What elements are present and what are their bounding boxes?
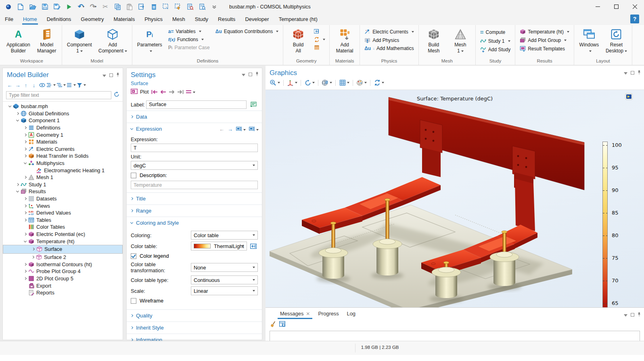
tree-item-color-tables[interactable]: Color Tables — [3, 223, 123, 231]
help-button[interactable]: ? — [630, 15, 639, 23]
plot-icon[interactable] — [131, 89, 138, 95]
float-icon[interactable] — [109, 71, 113, 79]
duplicate-icon[interactable] — [136, 2, 147, 12]
move-down-icon[interactable]: ↓ — [30, 81, 38, 89]
tree-item-definitions[interactable]: Definitions — [3, 124, 123, 131]
section-coloring[interactable]: Coloring and Style — [127, 217, 262, 229]
expand-all-icon[interactable] — [56, 81, 66, 89]
save-as-icon[interactable] — [52, 2, 62, 12]
menu-file[interactable]: File — [0, 13, 18, 25]
color-table-select[interactable]: ThermalLight — [191, 242, 247, 250]
back-icon[interactable]: ← — [6, 81, 13, 89]
description-input[interactable] — [131, 181, 258, 189]
more-commands-icon[interactable] — [209, 2, 220, 12]
livelink-button[interactable] — [312, 36, 327, 43]
tree-item-electric-currents[interactable]: +−Electric Currents — [3, 146, 123, 153]
tab-messages[interactable]: Messages✕ — [277, 311, 313, 319]
show-icon[interactable] — [38, 81, 46, 89]
study-1-button[interactable]: Study 1 — [478, 37, 512, 45]
tree-item-datasets[interactable]: Datasets — [3, 195, 123, 202]
tree-item-temperature-ht-[interactable]: Temperature (ht) — [3, 238, 123, 245]
tree-item-busbar-mph[interactable]: busbar.mph — [3, 103, 123, 110]
menu-results[interactable]: Results — [213, 13, 240, 25]
expand-icon[interactable] — [22, 270, 28, 272]
scene-icon[interactable] — [321, 79, 333, 86]
build-all-button[interactable]: BuildAll — [286, 26, 311, 55]
tree-item-study-1[interactable]: Study 1 — [3, 181, 123, 188]
expand-icon[interactable] — [22, 205, 28, 207]
functions-button[interactable]: f(x)Functions — [166, 36, 212, 43]
tree-item-surface-2[interactable]: Surface 2 — [3, 254, 123, 261]
section-title[interactable]: Title — [127, 192, 262, 204]
find-in-model-icon[interactable] — [197, 2, 207, 12]
messages-log-box[interactable] — [270, 331, 640, 341]
collapse-icon[interactable] — [7, 106, 13, 107]
grid-icon[interactable] — [338, 79, 350, 86]
model-tree-nodes-icon[interactable] — [67, 81, 76, 89]
tree-item-mesh-1[interactable]: Mesh 1 — [3, 174, 123, 181]
plot-button-label[interactable]: Plot — [140, 89, 149, 95]
float-icon[interactable] — [249, 71, 252, 77]
expand-icon[interactable] — [22, 219, 28, 221]
temperature-ht--button[interactable]: Temperature (ht) — [518, 28, 571, 35]
section-expression[interactable]: Expression ← → — [127, 123, 262, 135]
pin-icon[interactable] — [638, 69, 641, 76]
previous-plot-icon[interactable] — [160, 89, 166, 95]
redo-icon[interactable]: ↷▾ — [88, 2, 98, 12]
compute-button[interactable]: =Compute — [478, 28, 512, 36]
collapse-icon[interactable] — [15, 120, 20, 121]
tree-item-reports[interactable]: Reports — [3, 289, 123, 296]
menu-study[interactable]: Study — [190, 13, 213, 25]
tree-item-multiphysics[interactable]: Multiphysics — [3, 160, 123, 167]
paste-icon[interactable] — [124, 2, 135, 12]
tree-item-probe-plot-group-4[interactable]: Probe Plot Group 4 — [3, 268, 123, 275]
new-file-icon[interactable] — [15, 2, 26, 12]
panel-menu-icon[interactable] — [102, 71, 106, 79]
menu-physics[interactable]: Physics — [140, 13, 167, 25]
tree-item-views[interactable]: Views — [3, 202, 123, 209]
parameter-case-button[interactable]: PiParameter Case — [166, 44, 212, 51]
plot-in-icon[interactable] — [186, 89, 195, 95]
tree-item-export[interactable]: Export — [3, 282, 123, 289]
expand-icon[interactable] — [22, 127, 28, 129]
maximize-icon[interactable] — [607, 0, 625, 13]
collapse-all-icon[interactable] — [46, 81, 56, 89]
tree-item-results[interactable]: Results — [3, 188, 123, 195]
run-icon[interactable] — [64, 2, 74, 12]
tree-item-tables[interactable]: Tables — [3, 217, 123, 224]
app-logo-icon[interactable] — [3, 2, 14, 12]
expand-icon[interactable] — [22, 148, 28, 150]
tree-item-component-1[interactable]: Component 1 — [3, 117, 123, 124]
expand-icon[interactable] — [22, 134, 28, 136]
tree-item-geometry-1[interactable]: AGeometry 1 — [3, 131, 123, 138]
component-1-button[interactable]: Component1 — [65, 26, 94, 55]
expand-icon[interactable] — [30, 256, 36, 258]
add-component-button[interactable]: AddComponent — [96, 26, 130, 55]
virtual-operations-button[interactable] — [312, 44, 327, 51]
next-expression-icon[interactable]: → — [228, 126, 233, 132]
appearance-icon[interactable] — [355, 79, 368, 86]
save-icon[interactable] — [40, 2, 50, 12]
tree-item-electric-potential-ec-[interactable]: Electric Potential (ec) — [3, 231, 123, 238]
tree-item-heat-transfer-in-solids[interactable]: Heat Transfer in Solids — [3, 152, 123, 160]
open-file-icon[interactable] — [27, 2, 38, 12]
panel-menu-icon[interactable] — [624, 69, 627, 76]
zoom-icon[interactable] — [269, 79, 281, 86]
reset-desktop-button[interactable]: ResetDesktop — [603, 26, 629, 55]
expand-icon[interactable] — [30, 248, 36, 250]
cut-icon[interactable]: ✂ — [100, 2, 111, 12]
tree-item-global-definitions[interactable]: Global Definitions — [3, 110, 123, 117]
transformation-select[interactable]: None — [191, 263, 258, 272]
add-plot-group-button[interactable]: Add Plot Group — [518, 36, 571, 44]
expression-input[interactable] — [131, 144, 258, 152]
add-mathematics-button[interactable]: Δu↓Add Mathematics — [362, 45, 416, 52]
tree-item-isothermal-contours-ht-[interactable]: Isothermal Contours (ht) — [3, 261, 123, 268]
expand-icon[interactable] — [22, 155, 28, 157]
equation-contributions-button[interactable]: ΔuEquation Contributions — [213, 28, 280, 35]
add-physics-button[interactable]: Add Physics — [362, 36, 416, 44]
rotate-icon[interactable] — [303, 79, 316, 86]
tree-item-2d-plot-group-5[interactable]: 2D Plot Group 5 — [3, 275, 123, 282]
minimize-icon[interactable] — [588, 0, 607, 13]
tree-item-electromagnetic-heating-1[interactable]: Electromagnetic Heating 1 — [3, 167, 123, 174]
tree-item-materials[interactable]: Materials — [3, 138, 123, 146]
